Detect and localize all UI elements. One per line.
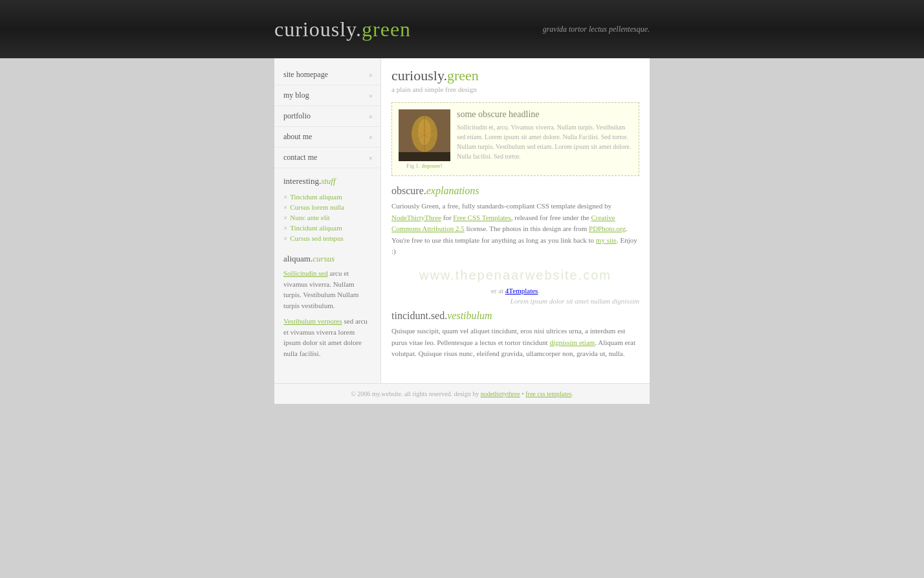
obscure-text-3: , released for free under the: [511, 214, 591, 221]
highlight-box: Fig 1. dopoure! some obscure headline So…: [391, 102, 639, 176]
tincidunt-title-plain: tincidunt.sed.: [391, 310, 447, 321]
footer: © 2006 my.website. all rights reserved. …: [274, 383, 650, 404]
watermark-text: www.thepenaarwebsite.com: [419, 268, 611, 282]
list-item: Tincidunt aliquam: [283, 223, 371, 233]
section-obscure: obscure.explanations Curiously Green, a …: [391, 185, 639, 258]
nav-item-contact-me[interactable]: contact me ×: [274, 148, 380, 168]
free-css-link[interactable]: Free CSS Templates: [453, 214, 511, 221]
nav-close-contact-me[interactable]: ×: [369, 154, 373, 162]
obscure-title-green: explanations: [426, 185, 479, 196]
footer-end: .: [571, 390, 573, 397]
list-item: Cursus sed tempus: [283, 233, 371, 243]
nav-item-portfolio[interactable]: portfolio ×: [274, 106, 380, 127]
at-text-end: .: [538, 287, 540, 295]
at-text: er at 4Templates.: [391, 287, 639, 295]
header-tagline: gravida tortor lectus pellentesque.: [543, 25, 650, 34]
footer-text: © 2006 my.website. all rights reserved. …: [351, 390, 481, 397]
fig-link[interactable]: dopoure!: [421, 162, 443, 169]
interesting-link-5[interactable]: Cursus sed tempus: [290, 234, 344, 242]
obscure-title-plain: obscure.: [391, 185, 426, 196]
list-item: Cursus lorem nulla: [283, 202, 371, 212]
node33-link[interactable]: NodeThirtyThree: [391, 214, 441, 221]
watermark: www.thepenaarwebsite.com: [391, 268, 639, 283]
nav-label-site-homepage: site homepage: [283, 70, 328, 80]
header-inner: curiously.green gravida tortor lectus pe…: [274, 17, 650, 41]
content-title: curiously.green: [391, 67, 639, 84]
footer-link-1[interactable]: nodethirtythree: [481, 390, 520, 397]
nav-item-my-blog[interactable]: my blog ×: [274, 85, 380, 106]
aliquam-section-title: aliquam.cursus: [274, 249, 380, 267]
content-title-green: green: [447, 67, 479, 83]
content-subtitle: a plain and simple free design: [391, 85, 639, 93]
aliquam-link-2[interactable]: Vestibulum verpores: [283, 317, 342, 325]
obscure-body: Curiously Green, a free, fully standards…: [391, 201, 639, 258]
at-text-prefix: er at: [491, 287, 505, 295]
my-site-link[interactable]: my site: [596, 236, 617, 244]
site-title-green: green: [362, 17, 411, 41]
site-title-plain: curiously.: [274, 17, 362, 41]
content: curiously.green a plain and simple free …: [381, 58, 650, 383]
highlight-body: Sollicitudin et, arcu. Vivamus viverra. …: [457, 122, 632, 161]
highlight-headline: some obscure headline: [457, 109, 632, 120]
highlight-image-container: Fig 1. dopoure!: [399, 109, 450, 169]
nav-close-about-me[interactable]: ×: [369, 133, 373, 141]
interesting-links: Tincidunt aliquam Cursus lorem nulla Nun…: [274, 190, 380, 249]
header: curiously.green gravida tortor lectus pe…: [0, 0, 924, 58]
nav-close-portfolio[interactable]: ×: [369, 113, 373, 120]
footer-separator: •: [520, 390, 526, 397]
interesting-section-title: interesting.stuff: [274, 168, 380, 190]
dignissim-link[interactable]: dignissim etiam: [549, 339, 595, 346]
main-wrapper: site homepage × my blog × portfolio × ab…: [274, 58, 650, 404]
fig-label-text: Fig 1.: [406, 162, 420, 169]
sidebar: site homepage × my blog × portfolio × ab…: [274, 58, 381, 383]
italic-note: Lorem ipsum dolor sit amet nullam dignis…: [391, 297, 639, 305]
nav-label-my-blog: my blog: [283, 91, 309, 100]
tincidunt-title-green: vestibulum: [447, 310, 492, 321]
aliquam-text-1: Sollicitudin sed arcu et vivamus viverra…: [274, 267, 380, 315]
nav-item-about-me[interactable]: about me ×: [274, 127, 380, 148]
section-tincidunt-title: tincidunt.sed.vestibulum: [391, 310, 639, 322]
interesting-link-3[interactable]: Nunc ante elit: [290, 214, 330, 221]
obscure-text-1: Curiously Green, a free, fully standards…: [391, 202, 611, 210]
aliquam-text-2: Vestibulum verpores sed arcu et vivamus …: [274, 315, 380, 362]
highlight-image: [399, 109, 450, 161]
tincidunt-body: Quisque suscipit, quam vel aliquet tinci…: [391, 326, 639, 360]
nav-close-site-homepage[interactable]: ×: [369, 71, 373, 79]
4templates-link[interactable]: 4Templates: [505, 287, 538, 295]
pdphoto-link[interactable]: PDPhoto.org: [589, 225, 626, 232]
layout: site homepage × my blog × portfolio × ab…: [274, 58, 650, 383]
site-title: curiously.green: [274, 17, 411, 41]
aliquam-title-green: cursus: [313, 254, 335, 263]
obscure-text-4: license. The photos in this design are f…: [465, 225, 589, 232]
interesting-link-4[interactable]: Tincidunt aliquam: [290, 224, 342, 232]
nav-label-contact-me: contact me: [283, 153, 317, 162]
obscure-text-2: for: [441, 214, 453, 221]
interesting-title-plain: interesting.: [283, 176, 321, 186]
fig-label: Fig 1. dopoure!: [406, 162, 443, 169]
footer-link-2[interactable]: free css templates: [525, 390, 571, 397]
interesting-link-2[interactable]: Cursus lorem nulla: [290, 203, 344, 211]
highlight-text: some obscure headline Sollicitudin et, a…: [457, 109, 632, 169]
nav-label-portfolio: portfolio: [283, 111, 311, 121]
interesting-link-1[interactable]: Tincidunt aliquam: [290, 193, 342, 201]
svg-rect-6: [399, 152, 450, 161]
aliquam-title-plain: aliquam.: [283, 254, 313, 263]
nav-label-about-me: about me: [283, 132, 312, 142]
list-item: Nunc ante elit: [283, 212, 371, 223]
highlight-svg: [399, 109, 450, 161]
section-tincidunt: tincidunt.sed.vestibulum Quisque suscipi…: [391, 310, 639, 360]
nav-item-site-homepage[interactable]: site homepage ×: [274, 65, 380, 85]
list-item: Tincidunt aliquam: [283, 192, 371, 202]
content-title-plain: curiously.: [391, 67, 447, 83]
aliquam-link-1[interactable]: Sollicitudin sed: [283, 269, 328, 277]
interesting-title-green: stuff: [321, 176, 335, 186]
section-obscure-title: obscure.explanations: [391, 185, 639, 197]
nav-close-my-blog[interactable]: ×: [369, 92, 373, 100]
